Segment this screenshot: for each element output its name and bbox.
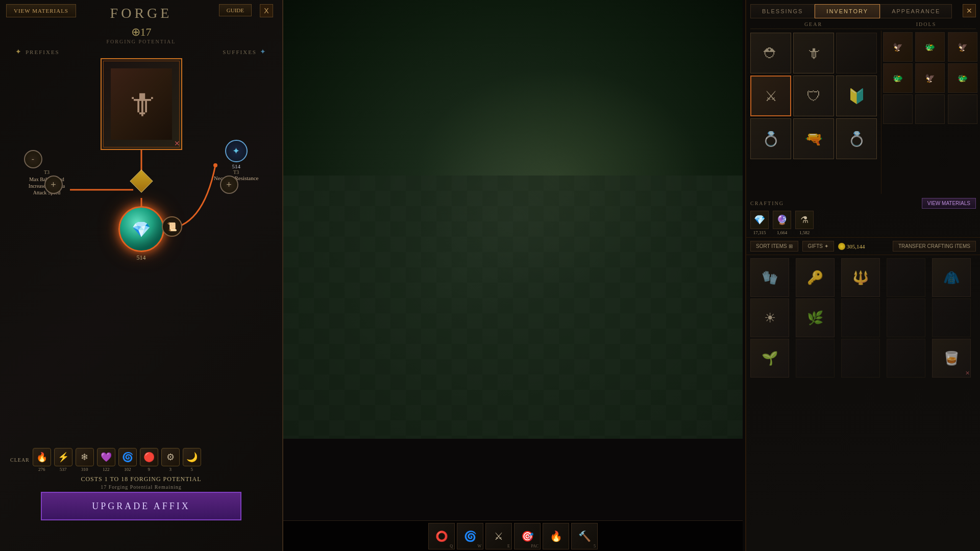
shard-item-4[interactable]: 🌀102	[118, 448, 137, 472]
inv-icon-7: 🌿	[807, 310, 823, 326]
panel-close-button[interactable]: ✕	[963, 4, 976, 17]
crafting-section: CRAFTING VIEW MATERIALS 💎 17,315 🔮 1,664…	[746, 196, 980, 237]
idol-slot-5[interactable]: 🦅	[915, 63, 945, 93]
gear-slot-gun[interactable]: 🔫	[793, 118, 834, 159]
right-panel: BLESSINGS INVENTORY APPEARANCE ✕ GEAR ID…	[745, 0, 980, 551]
inv-slot-7[interactable]: 🌿	[796, 298, 835, 337]
inv-slot-6[interactable]: ☀	[750, 298, 789, 337]
upgrade-affix-button[interactable]: UPGRADE AFFIX	[41, 492, 241, 520]
chest-icon: ⚔	[765, 88, 777, 105]
inventory-grid: 🧤 🔑 🔱 🧥 ☀ 🌿 🌱 🥃 ✕	[746, 255, 980, 381]
idol-slot-2[interactable]: 🐲	[915, 32, 945, 62]
idol-slot-3[interactable]: 🦅	[948, 32, 977, 62]
gear-slot-shield[interactable]: 🛡	[793, 76, 834, 116]
suffixes-label: SUFFIXES ✦	[223, 47, 267, 56]
guide-button[interactable]: GUIDE	[219, 4, 252, 16]
inv-slot-10[interactable]	[932, 298, 971, 337]
gear-slot-offhand[interactable]: 🔰	[836, 76, 877, 116]
idol-icon-5: 🦅	[925, 73, 935, 83]
gear-slot-chest[interactable]: ⚔	[750, 76, 791, 116]
hotbar-slot-2[interactable]: 🌀 W	[457, 523, 483, 549]
forge-orb[interactable]: 💎 514	[118, 206, 164, 252]
rune-tool-button[interactable]: 📜	[162, 216, 182, 237]
crafting-view-materials-button[interactable]: VIEW MATERIALS	[922, 198, 976, 209]
gear-slot-helmet[interactable]: ⛑	[750, 33, 791, 73]
idol-slot-6[interactable]: 🐲	[948, 63, 977, 93]
shard-item-7[interactable]: 🌙5	[183, 448, 201, 472]
shard-item-2[interactable]: ❄310	[76, 448, 94, 472]
inv-slot-3[interactable]: 🔱	[841, 258, 880, 297]
shard-count-7: 5	[191, 467, 193, 472]
inv-slot-15[interactable]: 🥃 ✕	[932, 339, 971, 378]
inv-slot-4[interactable]	[887, 258, 925, 297]
tab-appearance[interactable]: APPEARANCE	[880, 4, 952, 18]
shard-count-3: 122	[103, 467, 110, 472]
hotbar-icon-6: 🔨	[578, 530, 591, 542]
inv-slot-8[interactable]	[841, 298, 880, 337]
idol-slot-9[interactable]	[948, 94, 977, 124]
gear-slot-ring2[interactable]: 💍	[836, 118, 877, 159]
diamond-node	[130, 169, 153, 192]
prefixes-label: ✦ PREFIXES	[15, 47, 60, 56]
fp-value: ⊕17	[0, 26, 282, 39]
shard-item-1[interactable]: ⚡537	[54, 448, 72, 472]
forge-panel: BETA 0.9.3Q VIEW MATERIALS FORGE GUIDE X…	[0, 0, 283, 551]
idol-icon-2: 🐲	[925, 42, 935, 52]
prefix-minus-button[interactable]: -	[24, 150, 42, 168]
inv-slot-9[interactable]	[887, 298, 925, 337]
idol-slot-4[interactable]: 🐲	[883, 63, 913, 93]
view-materials-button[interactable]: VIEW MATERIALS	[6, 4, 76, 17]
material-icon-2: 🔮	[773, 211, 791, 229]
transfer-crafting-button[interactable]: TRANSFER CRAFTING ITEMS	[893, 241, 976, 252]
hotbar-slot-6[interactable]: 🔨 5	[571, 523, 598, 549]
item-remove-button[interactable]: ✕	[174, 139, 180, 148]
shard-item-3[interactable]: 💜122	[97, 448, 115, 472]
hotbar-slot-5[interactable]: 🔥	[543, 523, 569, 549]
idols-grid: 🦅 🐲 🦅 🐲 🦅 🐲	[881, 31, 980, 126]
inv-icon-3: 🔱	[852, 270, 869, 286]
idol-slot-1[interactable]: 🦅	[883, 32, 913, 62]
shard-item-0[interactable]: 🔥276	[33, 448, 51, 472]
inv-slot-2[interactable]: 🔑	[796, 258, 835, 297]
clear-button[interactable]: CLEAR	[10, 457, 30, 463]
forge-close-button[interactable]: X	[260, 4, 273, 17]
tab-inventory[interactable]: INVENTORY	[815, 4, 880, 18]
tab-blessings[interactable]: BLESSINGS	[750, 4, 815, 18]
idol-slot-8[interactable]	[915, 94, 945, 124]
hotbar-slot-1[interactable]: ⭕ Q	[428, 523, 455, 549]
sort-row: SORT ITEMS ⊞ GIFTS ✦ 305,144 TRANSFER CR…	[746, 237, 980, 255]
gear-section-label: GEAR	[750, 21, 876, 27]
add-suffix-button[interactable]: +	[220, 176, 238, 194]
shard-item-5[interactable]: 🔴9	[140, 448, 158, 472]
sort-items-button[interactable]: SORT ITEMS ⊞	[750, 241, 798, 252]
fp-label: FORGING POTENTIAL	[0, 39, 282, 44]
item-display[interactable]: ✕	[101, 58, 182, 150]
inv-icon-11: 🌱	[762, 350, 778, 366]
top-tabs: BLESSINGS INVENTORY APPEARANCE	[746, 0, 980, 18]
ring1-icon: 💍	[762, 131, 780, 147]
material-item-2: 🔮 1,664	[773, 211, 791, 235]
crafting-label: CRAFTING	[750, 201, 784, 206]
gear-slot-weapon[interactable]: 🗡	[793, 33, 834, 73]
idol-slot-7[interactable]	[883, 94, 913, 124]
inv-slot-1[interactable]: 🧤	[750, 258, 789, 297]
inv-slot-14[interactable]	[887, 339, 925, 378]
inv-slot-13[interactable]	[841, 339, 880, 378]
inv-slot-11[interactable]: 🌱	[750, 339, 789, 378]
helmet-icon: ⛑	[764, 45, 778, 62]
inv-slot-12[interactable]	[796, 339, 835, 378]
shard-icon-1: ⚡	[54, 448, 72, 466]
fp-remaining-label: 17 Forging Potential Remaining	[0, 484, 282, 490]
forging-potential: ⊕17 FORGING POTENTIAL	[0, 26, 282, 44]
material-count-1: 17,315	[753, 230, 766, 235]
hotbar-slot-3[interactable]: ⚔ E	[485, 523, 512, 549]
orb-number: 514	[137, 254, 146, 262]
gifts-button[interactable]: GIFTS ✦	[802, 241, 834, 252]
inv-slot-5[interactable]: 🧥	[932, 258, 971, 297]
inv-icon-6: ☀	[764, 310, 776, 326]
gear-slot-empty1[interactable]	[836, 33, 877, 73]
hotbar-slot-4[interactable]: 🎯 PAC	[514, 523, 541, 549]
shard-item-6[interactable]: ⚙3	[161, 448, 180, 472]
add-prefix-button[interactable]: +	[44, 176, 63, 194]
gear-slot-ring1[interactable]: 💍	[750, 118, 791, 159]
